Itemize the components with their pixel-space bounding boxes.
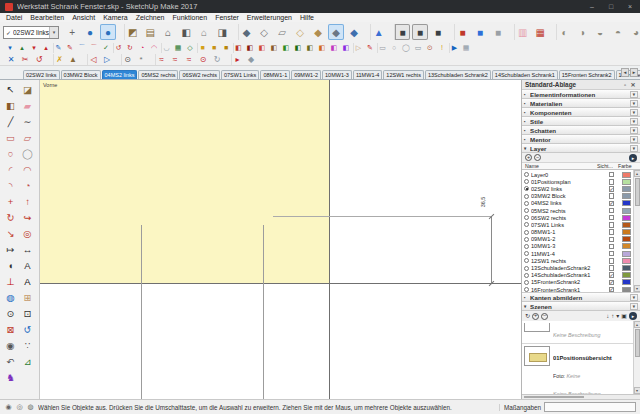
- view-iso-icon[interactable]: ◩: [124, 24, 140, 40]
- layer-row[interactable]: 06SW2 rechts: [522, 214, 633, 221]
- layer-color-swatch[interactable]: [622, 208, 631, 214]
- scrollbar-thumb[interactable]: [524, 396, 584, 398]
- layer-color-swatch[interactable]: [622, 265, 631, 271]
- visible-checkbox[interactable]: [609, 244, 615, 250]
- camera-pan-icon[interactable]: +: [64, 24, 80, 40]
- bucket-crimson-arrow-icon[interactable]: ◧: [257, 43, 267, 53]
- scene-tab[interactable]: 11MW1-4: [353, 70, 382, 79]
- tab-scroll-right-icon[interactable]: ►: [630, 68, 638, 77]
- scroll-down-icon[interactable]: [634, 387, 640, 394]
- tray-panel-header[interactable]: Elementinformationen: [522, 90, 640, 99]
- active-layer-radio[interactable]: [524, 258, 529, 263]
- yellow-box-icon[interactable]: ■: [197, 43, 207, 53]
- active-layer-radio[interactable]: [524, 172, 529, 177]
- column-color[interactable]: Farbe: [618, 163, 633, 169]
- menu-item[interactable]: Funktionen: [168, 14, 211, 21]
- plugin-podium-icon[interactable]: ♞: [2, 369, 19, 385]
- move-tool-icon[interactable]: +: [2, 193, 19, 209]
- layer-row[interactable]: 08MW1-1: [522, 229, 633, 236]
- visible-checkbox[interactable]: [609, 193, 615, 199]
- layer-row[interactable]: 14SchubladenSchrank1: [522, 272, 633, 279]
- remove-scene-icon[interactable]: −: [541, 313, 548, 320]
- layer-row[interactable]: 16FrontenSchrank1: [522, 286, 633, 293]
- style-hiddenline-icon[interactable]: ▱: [274, 24, 290, 40]
- three-point-arc-icon[interactable]: ◝: [2, 177, 19, 193]
- visible-checkbox[interactable]: [609, 201, 615, 207]
- import-red-icon[interactable]: ▴: [41, 43, 51, 53]
- panel-options-icon[interactable]: [630, 136, 638, 143]
- refresh-scene-icon[interactable]: ↻: [525, 313, 530, 319]
- scene-tab[interactable]: 12SW1 rechts: [383, 70, 424, 79]
- panel-options-icon[interactable]: [630, 91, 638, 98]
- menu-item[interactable]: Bearbeiten: [26, 14, 68, 21]
- grid-icon[interactable]: ▦: [461, 43, 471, 53]
- marked-face-icon[interactable]: ▦: [532, 24, 548, 40]
- zoom-window-icon[interactable]: ⊡: [19, 305, 36, 321]
- bucket-red-arrow-icon[interactable]: ◧: [233, 43, 243, 53]
- previous-view-icon[interactable]: ↺: [19, 321, 36, 337]
- view-back-icon[interactable]: ⌂: [196, 24, 212, 40]
- solid-intersect-icon[interactable]: ◓: [610, 24, 626, 40]
- gear-icon[interactable]: *: [135, 54, 147, 65]
- scene-tab[interactable]: 05MS2 rechts: [138, 70, 178, 79]
- maximize-button[interactable]: □: [606, 3, 616, 10]
- visible-checkbox[interactable]: [609, 208, 615, 214]
- panel-options-icon[interactable]: [630, 118, 638, 125]
- layer-row[interactable]: 07SW1 Links: [522, 221, 633, 228]
- layer-row[interactable]: 03MW2 Block: [522, 193, 633, 200]
- style-xray-icon[interactable]: ◆: [238, 24, 254, 40]
- red-spiral-icon[interactable]: ↺: [113, 43, 123, 53]
- scene-tab[interactable]: 02SW2 links: [23, 70, 60, 79]
- layer-row[interactable]: 13SchubladenSchrank2: [522, 264, 633, 271]
- style-backedges-icon[interactable]: ◆: [346, 24, 362, 40]
- pink-shell-icon[interactable]: ◠: [149, 43, 159, 53]
- orbit-icon[interactable]: ●: [82, 24, 98, 40]
- add-layer-icon[interactable]: +: [525, 154, 532, 161]
- panel-options-icon[interactable]: [630, 294, 638, 301]
- active-layer-radio[interactable]: [524, 266, 529, 271]
- layer-row[interactable]: 12SW1 rechts: [522, 257, 633, 264]
- text-tool-icon[interactable]: A: [19, 257, 36, 273]
- pan-tool-icon[interactable]: ⊞: [19, 289, 36, 305]
- menu-item[interactable]: Datei: [2, 14, 26, 21]
- model-info-icon[interactable]: ▲: [370, 24, 386, 40]
- red-magnifier-icon[interactable]: ⊙: [197, 54, 209, 65]
- solid-subtract-icon[interactable]: ◑: [574, 24, 590, 40]
- visible-checkbox[interactable]: [609, 179, 615, 185]
- make-component-icon[interactable]: ◪: [19, 81, 36, 97]
- scene-scrollbar[interactable]: [633, 321, 640, 394]
- layer-row[interactable]: 15FrontenSchrank2: [522, 279, 633, 286]
- zoom-icon[interactable]: ⊙: [2, 305, 19, 321]
- column-name[interactable]: Name: [525, 163, 597, 169]
- export-blue-icon[interactable]: ▾: [5, 43, 15, 53]
- layer-row[interactable]: 05MS2 rechts: [522, 207, 633, 214]
- dimension-tool-icon[interactable]: ↔: [19, 241, 36, 257]
- scene-tab[interactable]: 15Fronten Schrank2: [559, 70, 615, 79]
- layer-color-swatch[interactable]: [622, 251, 631, 257]
- layer-color-swatch[interactable]: [622, 222, 631, 228]
- visible-checkbox[interactable]: [609, 265, 615, 271]
- yellow-lightning-icon[interactable]: !: [437, 43, 447, 53]
- look-around-icon[interactable]: ↶: [2, 353, 19, 369]
- red-marker-icon[interactable]: ✎: [365, 43, 375, 53]
- scene-tab[interactable]: 09MW1-2: [291, 70, 321, 79]
- active-layer-radio[interactable]: [524, 208, 529, 213]
- style-shaded-icon[interactable]: ◇: [292, 24, 308, 40]
- active-layer-radio[interactable]: [524, 194, 529, 199]
- orbit-tool-icon[interactable]: ◍: [2, 289, 19, 305]
- scene-tab[interactable]: 13Schubladen Schrank2: [425, 70, 491, 79]
- layer-color-swatch[interactable]: [622, 193, 631, 199]
- visible-checkbox[interactable]: [609, 287, 615, 293]
- scene-item-partial[interactable]: Keine Beschreibung: [522, 321, 633, 344]
- layer-color-swatch[interactable]: [622, 215, 631, 221]
- pink-fan-icon[interactable]: ◔: [137, 43, 147, 53]
- import-green-icon[interactable]: ▴: [17, 43, 27, 53]
- active-layer-radio[interactable]: [524, 179, 529, 184]
- signin-icon[interactable]: ◍: [26, 403, 35, 412]
- credits-icon[interactable]: ◎: [15, 403, 24, 412]
- zoom-tool-icon[interactable]: ●: [100, 24, 116, 40]
- view-options-icon[interactable]: ▾: [616, 313, 619, 319]
- scene-tab[interactable]: 07SW1 Links: [221, 70, 259, 79]
- visible-checkbox[interactable]: [609, 222, 615, 228]
- active-layer-radio[interactable]: [524, 280, 529, 285]
